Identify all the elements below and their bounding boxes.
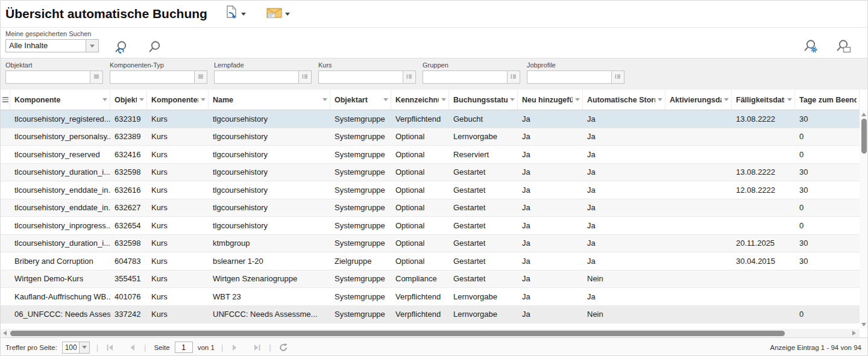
scroll-right-arrow-icon[interactable] bbox=[852, 331, 856, 336]
filter-komponenten-typ-input[interactable] bbox=[110, 70, 194, 84]
cell: Ja bbox=[518, 146, 583, 163]
cell: 13.08.2222 bbox=[732, 110, 795, 128]
cell: Ja bbox=[583, 164, 665, 181]
filter-kurs-input[interactable] bbox=[318, 70, 403, 84]
table-row[interactable]: tlcoursehistory_enddate_in...632627Kurst… bbox=[1, 199, 860, 217]
column-menu-icon[interactable] bbox=[508, 98, 515, 101]
export-button[interactable] bbox=[223, 4, 247, 24]
filter-gruppen-picker-button[interactable] bbox=[507, 70, 520, 84]
table-row[interactable]: Bribery and Corruption604783Kursbslearne… bbox=[1, 252, 860, 270]
page-number-input[interactable] bbox=[175, 342, 193, 353]
cell: Gestartet bbox=[449, 235, 518, 252]
filter-lernpfade-picker-button[interactable] bbox=[298, 70, 312, 84]
cell: WBT 23 bbox=[209, 288, 330, 305]
last-page-button[interactable] bbox=[253, 343, 262, 352]
cell bbox=[665, 164, 732, 181]
first-page-button[interactable] bbox=[105, 343, 115, 352]
column-menu-icon[interactable] bbox=[785, 98, 792, 101]
cell: bslearner 1-20 bbox=[209, 252, 330, 270]
cell bbox=[795, 270, 860, 288]
page-size-select[interactable]: 100 bbox=[62, 342, 90, 354]
table-row[interactable]: tlcoursehistory_enddate_in...632616Kurst… bbox=[1, 181, 860, 199]
search-button[interactable] bbox=[146, 39, 164, 59]
scroll-down-arrow-icon[interactable] bbox=[861, 323, 866, 326]
table-row[interactable]: tlcoursehistory_duration_i...632598Kurst… bbox=[1, 164, 860, 182]
cell: 632416 bbox=[110, 146, 147, 163]
column-header-f-lligkeitsdatum[interactable]: Fälligkeitsdatum bbox=[732, 90, 795, 110]
column-header-komponenten-typ[interactable]: Komponenten-Typ bbox=[147, 90, 209, 110]
cell: Lernvorgabe bbox=[449, 128, 518, 146]
table-row[interactable]: Wirtgen Demo-Kurs355451KursWirtgen Szena… bbox=[1, 270, 860, 289]
cell: Systemgruppe bbox=[330, 128, 391, 146]
row-gutter bbox=[1, 181, 10, 199]
filter-objektart-picker-button[interactable] bbox=[90, 70, 103, 84]
column-menu-icon[interactable] bbox=[137, 98, 144, 101]
vertical-scrollbar-thumb[interactable] bbox=[861, 119, 867, 154]
filter-gruppen-input[interactable] bbox=[423, 70, 507, 84]
page-size-label: Treffer pro Seite: bbox=[5, 344, 57, 351]
column-menu-icon[interactable] bbox=[100, 98, 107, 101]
saved-searches-value[interactable]: Alle Inhalte bbox=[5, 39, 86, 52]
column-menu-icon[interactable] bbox=[573, 98, 580, 101]
previous-page-button[interactable] bbox=[128, 343, 137, 352]
column-menu-icon[interactable] bbox=[320, 98, 327, 101]
column-header-buchungsstatus[interactable]: Buchungsstatus bbox=[449, 90, 518, 110]
column-header-name[interactable]: Name bbox=[209, 90, 330, 110]
scroll-up-arrow-icon[interactable] bbox=[861, 113, 866, 116]
title-bar: Übersicht automatische Buchung bbox=[1, 1, 867, 28]
filter-komponenten-typ-picker-button[interactable] bbox=[194, 70, 207, 84]
cell bbox=[665, 235, 732, 252]
run-saved-search-button[interactable] bbox=[112, 39, 130, 59]
column-header-automatische-stornier[interactable]: Automatische Stornier... bbox=[583, 90, 665, 110]
column-header-komponente[interactable]: Komponente bbox=[10, 90, 110, 110]
filter-label: Gruppen bbox=[423, 61, 520, 69]
filter-lernpfade-input[interactable] bbox=[214, 70, 298, 84]
column-menu-icon[interactable] bbox=[198, 98, 206, 101]
table-row[interactable]: tlcoursehistory_reserved632416Kurstlgcou… bbox=[1, 146, 860, 164]
cell: Ja bbox=[518, 252, 583, 270]
page-size-value[interactable]: 100 bbox=[62, 342, 79, 354]
column-menu-icon[interactable] bbox=[655, 98, 662, 101]
column-menu-icon[interactable] bbox=[439, 98, 446, 101]
column-header-objektart[interactable]: Objektart bbox=[330, 90, 391, 110]
table-row[interactable]: tlcoursehistory_registered...632319Kurst… bbox=[1, 110, 860, 128]
search-settings-button[interactable] bbox=[802, 37, 820, 58]
horizontal-scrollbar-thumb[interactable] bbox=[10, 331, 785, 336]
table-row[interactable]: tlcoursehistory_inprogress...632654Kurst… bbox=[1, 217, 860, 235]
filter-kurs-picker-button[interactable] bbox=[403, 70, 416, 84]
table-row[interactable]: tlcoursehistory_personalsy...632389Kurst… bbox=[1, 128, 860, 146]
column-menu-icon[interactable] bbox=[381, 98, 388, 101]
row-gutter bbox=[1, 270, 10, 288]
column-header-objekt-id[interactable]: Objekt-ID bbox=[110, 90, 147, 110]
column-header-aktivierungsdatum[interactable]: Aktivierungsdatum bbox=[665, 90, 732, 110]
cell: 20.11.2025 bbox=[732, 235, 795, 252]
column-menu-icon[interactable] bbox=[722, 98, 729, 101]
cell: Optional bbox=[391, 146, 449, 163]
column-header-neu-hinzugef-gt[interactable]: Neu hinzugefügt.. bbox=[518, 90, 583, 110]
saved-searches-select[interactable]: Alle Inhalte bbox=[5, 39, 99, 52]
horizontal-scrollbar[interactable] bbox=[1, 329, 860, 337]
page-title: Übersicht automatische Buchung bbox=[5, 7, 207, 21]
email-button[interactable] bbox=[265, 5, 291, 23]
table-row[interactable]: tlcoursehistory_duration_i...632598Kursk… bbox=[1, 235, 860, 253]
cell: Kaufland-Auffrischung WB... bbox=[10, 288, 110, 305]
grid-menu-button[interactable] bbox=[1, 90, 10, 110]
chevron-down-icon[interactable] bbox=[79, 342, 90, 354]
scroll-left-arrow-icon[interactable] bbox=[3, 331, 7, 336]
table-row[interactable]: 06_UNFCCC: Needs Asses...337242KursUNFCC… bbox=[1, 306, 860, 324]
cell: tlcoursehistory_duration_i... bbox=[10, 164, 110, 181]
next-page-button[interactable] bbox=[230, 343, 239, 352]
table-row[interactable]: Kaufland-Auffrischung WB...401076KursWBT… bbox=[1, 288, 860, 306]
filter-objektart-input[interactable] bbox=[5, 70, 90, 84]
filter-jobprofile-picker-button[interactable] bbox=[611, 70, 624, 84]
cell: tlcoursehistory_enddate_in... bbox=[10, 199, 110, 217]
chevron-down-icon[interactable] bbox=[86, 39, 99, 52]
advanced-search-button[interactable] bbox=[835, 37, 853, 58]
cell: Systemgruppe bbox=[330, 270, 391, 288]
column-header-kennzeichnung[interactable]: Kennzeichnung bbox=[391, 90, 449, 110]
cell: Ja bbox=[518, 164, 583, 181]
refresh-button[interactable] bbox=[278, 343, 289, 352]
vertical-scrollbar[interactable] bbox=[860, 110, 868, 329]
column-header-tage-zum-beenden[interactable]: Tage zum Beenden bbox=[795, 90, 860, 110]
filter-jobprofile-input[interactable] bbox=[527, 70, 611, 84]
